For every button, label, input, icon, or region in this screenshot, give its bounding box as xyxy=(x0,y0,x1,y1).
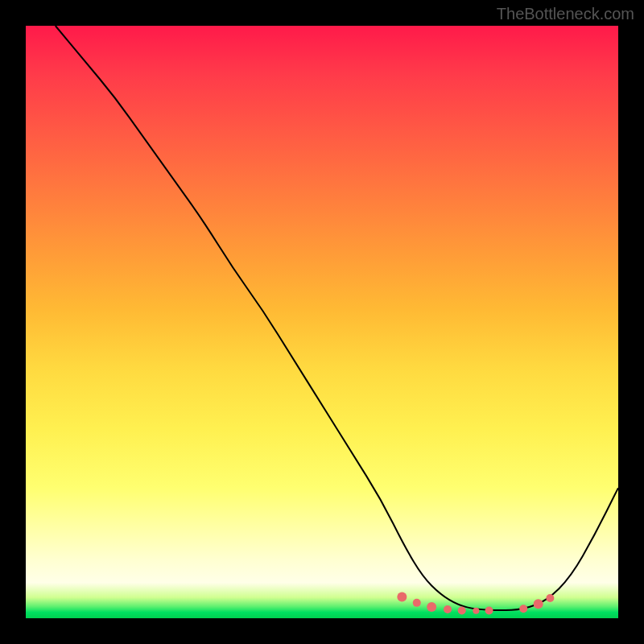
data-marker xyxy=(413,599,421,607)
data-marker xyxy=(519,605,527,613)
data-marker xyxy=(546,594,554,602)
data-marker xyxy=(427,602,436,612)
marker-group xyxy=(397,592,554,615)
data-marker xyxy=(444,605,452,613)
data-marker xyxy=(397,592,407,602)
data-marker xyxy=(458,606,466,614)
chart-plot-area xyxy=(26,26,618,618)
data-marker xyxy=(534,599,543,609)
bottleneck-curve xyxy=(56,26,618,610)
data-marker xyxy=(473,608,479,614)
data-marker xyxy=(485,606,493,614)
watermark-text: TheBottleneck.com xyxy=(497,5,634,23)
chart-svg xyxy=(26,26,618,618)
